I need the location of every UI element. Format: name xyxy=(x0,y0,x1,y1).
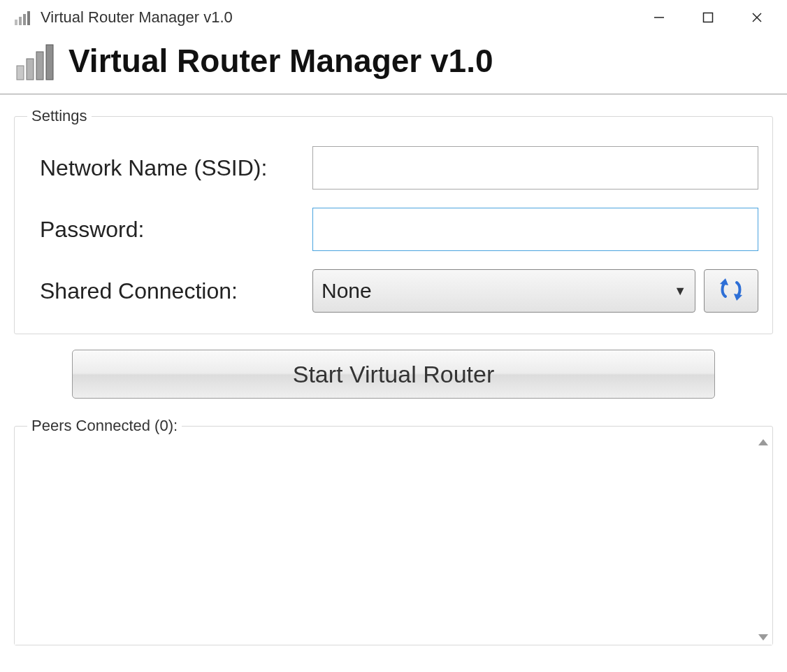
ssid-row: Network Name (SSID): xyxy=(40,146,758,190)
svg-marker-13 xyxy=(734,294,742,301)
window-controls xyxy=(635,0,781,35)
svg-marker-12 xyxy=(720,278,728,285)
maximize-button[interactable] xyxy=(684,0,732,35)
refresh-icon xyxy=(717,277,745,305)
close-button[interactable] xyxy=(732,0,781,35)
start-virtual-router-button[interactable]: Start Virtual Router xyxy=(72,350,715,399)
svg-line-6 xyxy=(753,13,761,22)
svg-rect-9 xyxy=(27,59,34,80)
password-input[interactable] xyxy=(312,208,758,251)
chevron-down-icon: ▼ xyxy=(674,284,686,299)
scroll-up-icon xyxy=(758,439,768,445)
settings-group: Settings Network Name (SSID): Password: … xyxy=(14,107,773,334)
banner: Virtual Router Manager v1.0 xyxy=(0,35,787,94)
svg-rect-11 xyxy=(46,45,53,80)
svg-rect-10 xyxy=(36,52,43,80)
svg-rect-3 xyxy=(27,11,30,25)
shared-connection-row: Shared Connection: None ▼ xyxy=(40,269,758,313)
password-row: Password: xyxy=(40,208,758,251)
settings-legend: Settings xyxy=(27,107,92,125)
app-logo-icon xyxy=(13,41,57,81)
peers-group: Peers Connected (0): xyxy=(14,417,773,645)
peers-legend: Peers Connected (0): xyxy=(27,417,182,435)
shared-connection-select[interactable]: None ▼ xyxy=(312,269,695,313)
ssid-input[interactable] xyxy=(312,146,758,190)
titlebar: Virtual Router Manager v1.0 xyxy=(0,0,787,35)
shared-connection-value: None xyxy=(322,279,372,303)
svg-rect-2 xyxy=(23,14,26,25)
svg-rect-8 xyxy=(17,66,24,80)
peers-list[interactable] xyxy=(15,435,772,645)
page-title: Virtual Router Manager v1.0 xyxy=(68,42,493,80)
window-title: Virtual Router Manager v1.0 xyxy=(41,8,233,27)
app-icon xyxy=(13,8,32,27)
svg-rect-5 xyxy=(704,13,713,22)
svg-rect-1 xyxy=(19,17,22,25)
ssid-label: Network Name (SSID): xyxy=(40,155,312,181)
minimize-button[interactable] xyxy=(635,0,684,35)
peers-scrollbar[interactable] xyxy=(756,439,770,641)
shared-connection-label: Shared Connection: xyxy=(40,278,312,304)
refresh-connections-button[interactable] xyxy=(704,269,758,313)
scroll-down-icon xyxy=(758,634,768,641)
svg-line-7 xyxy=(753,13,761,22)
svg-rect-0 xyxy=(15,20,17,25)
password-label: Password: xyxy=(40,217,312,243)
